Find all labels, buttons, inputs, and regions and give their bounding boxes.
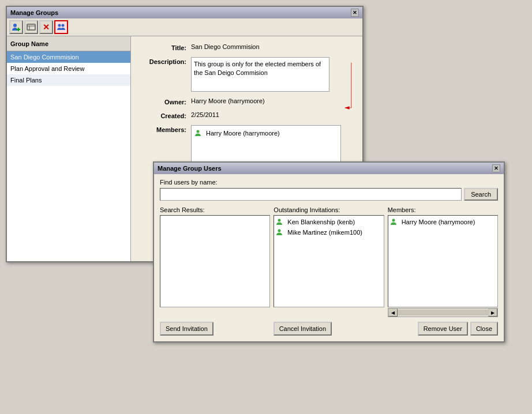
edit-group-button[interactable] [24, 20, 38, 34]
title-row: Title: San Diego Commmision [140, 43, 353, 51]
created-row: Created: 2/25/2011 [140, 111, 353, 119]
description-row: Description: This group is only for the … [140, 57, 353, 92]
cancel-invitation-button[interactable]: Cancel Invitation [274, 322, 332, 336]
outstanding-invitations-panel: Outstanding Invitations: Ken Blankenship… [274, 206, 384, 317]
manage-groups-titlebar: Manage Groups ✕ [7, 7, 362, 18]
scroll-left-button[interactable]: ◀ [388, 308, 398, 317]
close-button[interactable]: Close [470, 322, 498, 336]
send-invitation-button[interactable]: Send Invitation [160, 322, 213, 336]
members-label: Members: [140, 125, 186, 133]
group-list-item[interactable]: Final Plans [7, 74, 130, 86]
member-column-name: Harry Moore (harrymoore) [402, 219, 475, 225]
find-label: Find users by name: [160, 179, 498, 186]
manage-users-title: Manage Group Users [158, 165, 222, 172]
search-results-listbox[interactable] [160, 215, 270, 307]
action-buttons-row: Send Invitation Cancel Invitation Remove… [160, 322, 498, 336]
members-column-panel: Members: Harry Moore (harrymoore) ◀ ▶ [388, 206, 498, 317]
description-label: Description: [140, 57, 186, 65]
columns-row: Search Results: Outstanding Invitations:… [160, 206, 498, 317]
left-buttons: Send Invitation [160, 322, 271, 336]
search-results-panel: Search Results: [160, 206, 270, 317]
scroll-right-button[interactable]: ▶ [488, 308, 497, 317]
users-content: Find users by name: Search Search Result… [154, 174, 504, 341]
created-value: 2/25/2011 [191, 111, 219, 118]
manage-groups-close-button[interactable]: ✕ [351, 9, 359, 17]
invitation-item: Ken Blankenship (kenb) [275, 217, 382, 227]
manage-users-titlebar: Manage Group Users ✕ [154, 163, 504, 174]
search-input[interactable] [160, 188, 462, 201]
invitation-user-icon-2 [275, 228, 283, 236]
invitation-user-icon-1 [275, 218, 283, 226]
group-list-header: Group Name [7, 36, 130, 51]
invitation-name-1: Ken Blankenship (kenb) [287, 219, 355, 225]
right-buttons: Remove User Close [387, 322, 498, 336]
manage-groups-title: Manage Groups [10, 9, 58, 16]
svg-point-6 [58, 24, 61, 27]
title-label: Title: [140, 43, 186, 51]
middle-buttons: Cancel Invitation [274, 322, 385, 336]
outstanding-invitations-label: Outstanding Invitations: [274, 206, 384, 213]
toolbar: ✕ [7, 18, 362, 36]
group-list-item[interactable]: Plan Approval and Review [7, 63, 130, 74]
svg-rect-3 [27, 24, 35, 30]
edit-icon [27, 22, 36, 32]
member-user-icon [194, 129, 202, 137]
remove-user-button[interactable]: Remove User [418, 322, 468, 336]
member-column-user-icon [389, 218, 398, 226]
scrollbar-track [398, 310, 488, 315]
svg-point-7 [62, 24, 65, 27]
svg-point-12 [392, 219, 395, 222]
search-button[interactable]: Search [464, 188, 498, 201]
member-name: Harry Moore (harrymoore) [206, 130, 280, 137]
member-item: Harry Moore (harrymoore) [194, 128, 338, 138]
manage-users-button[interactable] [54, 20, 68, 34]
horizontal-scrollbar[interactable]: ◀ ▶ [388, 308, 498, 317]
member-column-item: Harry Moore (harrymoore) [389, 217, 496, 227]
users-icon [57, 22, 66, 32]
title-value: San Diego Commmision [191, 43, 260, 50]
group-list-panel: Group Name San Diego Commmision Plan App… [7, 36, 131, 261]
add-group-button[interactable] [9, 20, 23, 34]
outstanding-invitations-listbox[interactable]: Ken Blankenship (kenb) Mike Martinez (mi… [274, 215, 384, 307]
delete-group-button[interactable]: ✕ [39, 20, 53, 34]
owner-row: Owner: Harry Moore (harrymoore) [140, 97, 353, 106]
search-results-label: Search Results: [160, 206, 270, 213]
description-value: This group is only for the elected membe… [191, 57, 329, 92]
svg-point-8 [197, 130, 200, 133]
owner-label: Owner: [140, 97, 186, 106]
group-list-item[interactable]: San Diego Commmision [7, 51, 130, 63]
invitation-name-2: Mike Martinez (mikem100) [287, 229, 362, 236]
svg-point-10 [278, 219, 281, 222]
members-column-label: Members: [388, 206, 498, 213]
invitation-item: Mike Martinez (mikem100) [275, 227, 382, 238]
add-person-icon [11, 22, 21, 32]
search-row: Search [160, 188, 498, 201]
manage-group-users-window: Manage Group Users ✕ Find users by name:… [153, 161, 505, 343]
created-label: Created: [140, 111, 186, 119]
manage-users-close-button[interactable]: ✕ [492, 164, 500, 172]
svg-point-11 [278, 229, 281, 232]
owner-value: Harry Moore (harrymoore) [191, 97, 265, 104]
members-column-listbox[interactable]: Harry Moore (harrymoore) [388, 215, 498, 307]
svg-point-0 [13, 24, 17, 27]
